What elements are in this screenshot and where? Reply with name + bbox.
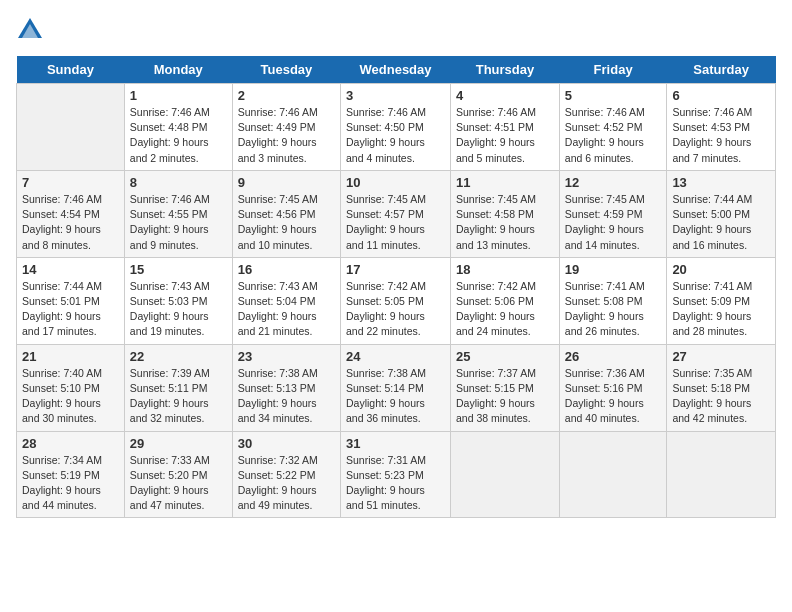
day-number: 13 — [672, 175, 770, 190]
day-cell: 12Sunrise: 7:45 AMSunset: 4:59 PMDayligh… — [559, 170, 667, 257]
day-number: 21 — [22, 349, 119, 364]
day-number: 10 — [346, 175, 445, 190]
day-info: Sunrise: 7:38 AMSunset: 5:13 PMDaylight:… — [238, 366, 335, 427]
day-cell — [559, 431, 667, 518]
day-number: 6 — [672, 88, 770, 103]
day-cell: 9Sunrise: 7:45 AMSunset: 4:56 PMDaylight… — [232, 170, 340, 257]
day-cell: 26Sunrise: 7:36 AMSunset: 5:16 PMDayligh… — [559, 344, 667, 431]
day-cell: 20Sunrise: 7:41 AMSunset: 5:09 PMDayligh… — [667, 257, 776, 344]
calendar-header-row: SundayMondayTuesdayWednesdayThursdayFrid… — [17, 56, 776, 84]
day-info: Sunrise: 7:46 AMSunset: 4:48 PMDaylight:… — [130, 105, 227, 166]
day-info: Sunrise: 7:32 AMSunset: 5:22 PMDaylight:… — [238, 453, 335, 514]
day-info: Sunrise: 7:46 AMSunset: 4:51 PMDaylight:… — [456, 105, 554, 166]
day-cell: 30Sunrise: 7:32 AMSunset: 5:22 PMDayligh… — [232, 431, 340, 518]
header-tuesday: Tuesday — [232, 56, 340, 84]
day-cell: 22Sunrise: 7:39 AMSunset: 5:11 PMDayligh… — [124, 344, 232, 431]
day-cell — [451, 431, 560, 518]
day-number: 5 — [565, 88, 662, 103]
day-cell: 29Sunrise: 7:33 AMSunset: 5:20 PMDayligh… — [124, 431, 232, 518]
day-cell: 18Sunrise: 7:42 AMSunset: 5:06 PMDayligh… — [451, 257, 560, 344]
day-number: 19 — [565, 262, 662, 277]
day-cell: 16Sunrise: 7:43 AMSunset: 5:04 PMDayligh… — [232, 257, 340, 344]
day-cell: 7Sunrise: 7:46 AMSunset: 4:54 PMDaylight… — [17, 170, 125, 257]
header-saturday: Saturday — [667, 56, 776, 84]
day-number: 18 — [456, 262, 554, 277]
day-cell: 31Sunrise: 7:31 AMSunset: 5:23 PMDayligh… — [341, 431, 451, 518]
day-info: Sunrise: 7:45 AMSunset: 4:56 PMDaylight:… — [238, 192, 335, 253]
day-number: 3 — [346, 88, 445, 103]
day-number: 17 — [346, 262, 445, 277]
header-friday: Friday — [559, 56, 667, 84]
day-cell: 24Sunrise: 7:38 AMSunset: 5:14 PMDayligh… — [341, 344, 451, 431]
logo-icon — [16, 16, 44, 44]
header-monday: Monday — [124, 56, 232, 84]
day-number: 27 — [672, 349, 770, 364]
day-cell: 1Sunrise: 7:46 AMSunset: 4:48 PMDaylight… — [124, 84, 232, 171]
day-info: Sunrise: 7:37 AMSunset: 5:15 PMDaylight:… — [456, 366, 554, 427]
day-info: Sunrise: 7:45 AMSunset: 4:59 PMDaylight:… — [565, 192, 662, 253]
day-number: 16 — [238, 262, 335, 277]
day-cell: 17Sunrise: 7:42 AMSunset: 5:05 PMDayligh… — [341, 257, 451, 344]
day-info: Sunrise: 7:46 AMSunset: 4:55 PMDaylight:… — [130, 192, 227, 253]
day-number: 26 — [565, 349, 662, 364]
day-info: Sunrise: 7:45 AMSunset: 4:58 PMDaylight:… — [456, 192, 554, 253]
day-number: 29 — [130, 436, 227, 451]
day-cell: 2Sunrise: 7:46 AMSunset: 4:49 PMDaylight… — [232, 84, 340, 171]
day-info: Sunrise: 7:42 AMSunset: 5:05 PMDaylight:… — [346, 279, 445, 340]
day-info: Sunrise: 7:46 AMSunset: 4:49 PMDaylight:… — [238, 105, 335, 166]
day-info: Sunrise: 7:41 AMSunset: 5:09 PMDaylight:… — [672, 279, 770, 340]
day-cell: 23Sunrise: 7:38 AMSunset: 5:13 PMDayligh… — [232, 344, 340, 431]
day-number: 9 — [238, 175, 335, 190]
day-number: 7 — [22, 175, 119, 190]
day-info: Sunrise: 7:46 AMSunset: 4:53 PMDaylight:… — [672, 105, 770, 166]
day-cell: 6Sunrise: 7:46 AMSunset: 4:53 PMDaylight… — [667, 84, 776, 171]
week-row-1: 1Sunrise: 7:46 AMSunset: 4:48 PMDaylight… — [17, 84, 776, 171]
day-number: 4 — [456, 88, 554, 103]
day-info: Sunrise: 7:43 AMSunset: 5:03 PMDaylight:… — [130, 279, 227, 340]
day-cell: 14Sunrise: 7:44 AMSunset: 5:01 PMDayligh… — [17, 257, 125, 344]
day-cell: 4Sunrise: 7:46 AMSunset: 4:51 PMDaylight… — [451, 84, 560, 171]
calendar: SundayMondayTuesdayWednesdayThursdayFrid… — [16, 56, 776, 518]
day-info: Sunrise: 7:43 AMSunset: 5:04 PMDaylight:… — [238, 279, 335, 340]
day-info: Sunrise: 7:39 AMSunset: 5:11 PMDaylight:… — [130, 366, 227, 427]
header-thursday: Thursday — [451, 56, 560, 84]
day-number: 22 — [130, 349, 227, 364]
day-cell: 28Sunrise: 7:34 AMSunset: 5:19 PMDayligh… — [17, 431, 125, 518]
day-cell: 10Sunrise: 7:45 AMSunset: 4:57 PMDayligh… — [341, 170, 451, 257]
logo — [16, 16, 46, 44]
day-number: 28 — [22, 436, 119, 451]
day-number: 30 — [238, 436, 335, 451]
day-cell: 27Sunrise: 7:35 AMSunset: 5:18 PMDayligh… — [667, 344, 776, 431]
day-cell: 8Sunrise: 7:46 AMSunset: 4:55 PMDaylight… — [124, 170, 232, 257]
day-info: Sunrise: 7:38 AMSunset: 5:14 PMDaylight:… — [346, 366, 445, 427]
day-info: Sunrise: 7:46 AMSunset: 4:54 PMDaylight:… — [22, 192, 119, 253]
day-number: 2 — [238, 88, 335, 103]
day-number: 20 — [672, 262, 770, 277]
day-cell: 5Sunrise: 7:46 AMSunset: 4:52 PMDaylight… — [559, 84, 667, 171]
day-cell — [17, 84, 125, 171]
day-info: Sunrise: 7:35 AMSunset: 5:18 PMDaylight:… — [672, 366, 770, 427]
page-header — [16, 16, 776, 44]
day-info: Sunrise: 7:36 AMSunset: 5:16 PMDaylight:… — [565, 366, 662, 427]
day-info: Sunrise: 7:34 AMSunset: 5:19 PMDaylight:… — [22, 453, 119, 514]
day-info: Sunrise: 7:45 AMSunset: 4:57 PMDaylight:… — [346, 192, 445, 253]
day-cell: 19Sunrise: 7:41 AMSunset: 5:08 PMDayligh… — [559, 257, 667, 344]
day-number: 25 — [456, 349, 554, 364]
day-cell: 15Sunrise: 7:43 AMSunset: 5:03 PMDayligh… — [124, 257, 232, 344]
day-info: Sunrise: 7:44 AMSunset: 5:00 PMDaylight:… — [672, 192, 770, 253]
day-number: 12 — [565, 175, 662, 190]
day-info: Sunrise: 7:44 AMSunset: 5:01 PMDaylight:… — [22, 279, 119, 340]
week-row-5: 28Sunrise: 7:34 AMSunset: 5:19 PMDayligh… — [17, 431, 776, 518]
day-cell: 25Sunrise: 7:37 AMSunset: 5:15 PMDayligh… — [451, 344, 560, 431]
day-cell: 3Sunrise: 7:46 AMSunset: 4:50 PMDaylight… — [341, 84, 451, 171]
day-number: 31 — [346, 436, 445, 451]
day-info: Sunrise: 7:31 AMSunset: 5:23 PMDaylight:… — [346, 453, 445, 514]
day-number: 1 — [130, 88, 227, 103]
day-info: Sunrise: 7:33 AMSunset: 5:20 PMDaylight:… — [130, 453, 227, 514]
day-cell: 21Sunrise: 7:40 AMSunset: 5:10 PMDayligh… — [17, 344, 125, 431]
day-number: 15 — [130, 262, 227, 277]
day-info: Sunrise: 7:46 AMSunset: 4:50 PMDaylight:… — [346, 105, 445, 166]
day-number: 14 — [22, 262, 119, 277]
header-sunday: Sunday — [17, 56, 125, 84]
day-info: Sunrise: 7:41 AMSunset: 5:08 PMDaylight:… — [565, 279, 662, 340]
